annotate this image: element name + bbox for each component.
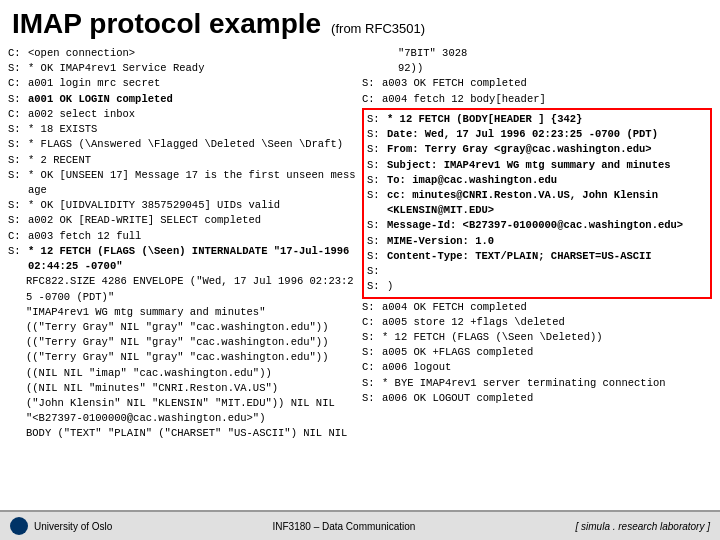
right-column: "7BIT" 3028 92)) S: a003 OK FETCH comple… bbox=[362, 46, 712, 472]
line-2-recent: S: * 2 RECENT bbox=[8, 153, 358, 168]
line-bye: S: * BYE IMAP4rev1 server terminating co… bbox=[362, 376, 712, 391]
university-label: University of Oslo bbox=[34, 521, 112, 532]
line-rfc822: RFC822.SIZE 4286 ENVELOPE ("Wed, 17 Jul … bbox=[26, 274, 358, 304]
line-a006-ok: S: a006 OK LOGOUT completed bbox=[362, 391, 712, 406]
line-12-fetch-start: S: * 12 FETCH (FLAGS (\Seen) INTERNALDAT… bbox=[8, 244, 358, 274]
line-a003-ok: S: a003 OK FETCH completed bbox=[362, 76, 712, 91]
line-content-type: S: Content-Type: TEXT/PLAIN; CHARSET=US-… bbox=[367, 249, 707, 264]
line-service-ready: S: * OK IMAP4rev1 Service Ready bbox=[8, 61, 358, 76]
main-content: C: <open connection> S: * OK IMAP4rev1 S… bbox=[0, 44, 720, 474]
page-header: IMAP protocol example (from RFC3501) bbox=[0, 0, 720, 44]
line-from1: (("Terry Gray" NIL "gray" "cac.washingto… bbox=[26, 320, 358, 335]
fetch-header-block: S: * 12 FETCH (BODY[HEADER ] {342} S: Da… bbox=[362, 108, 712, 299]
line-subject: S: Subject: IMAP4rev1 WG mtg summary and… bbox=[367, 158, 707, 173]
line-a005-store: C: a005 store 12 +flags \deleted bbox=[362, 315, 712, 330]
line-empty-s: S: bbox=[367, 264, 707, 279]
line-select-completed: S: a002 OK [READ-WRITE] SELECT completed bbox=[8, 213, 358, 228]
line-cc2: <KLENSIN@MIT.EDU> bbox=[367, 203, 707, 218]
line-minutes-cnri: ((NIL NIL "minutes" "CNRI.Reston.VA.US") bbox=[26, 381, 358, 396]
line-to: S: To: imap@cac.washington.edu bbox=[367, 173, 707, 188]
line-msgid: "<B27397-0100000@cac.washington.edu>") bbox=[26, 411, 358, 426]
page-title: IMAP protocol example bbox=[12, 8, 321, 40]
line-a004-fetch: C: a004 fetch 12 body[header] bbox=[362, 92, 712, 107]
line-login-secret: C: a001 login mrc secret bbox=[8, 76, 358, 91]
line-fetch-12-full: C: a003 fetch 12 full bbox=[8, 229, 358, 244]
line-unseen: S: * OK [UNSEEN 17] Message 17 is the fi… bbox=[8, 168, 358, 198]
line-a006-logout: C: a006 logout bbox=[362, 360, 712, 375]
line-imap-cac: ((NIL NIL "imap" "cac.washington.edu")) bbox=[26, 366, 358, 381]
line-open-conn: C: <open connection> bbox=[8, 46, 358, 61]
line-12-fetch-header: S: * 12 FETCH (BODY[HEADER ] {342} bbox=[367, 112, 707, 127]
line-a004-ok: S: a004 OK FETCH completed bbox=[362, 300, 712, 315]
line-close-paren: S: ) bbox=[367, 279, 707, 294]
line-summary: "IMAP4rev1 WG mtg summary and minutes" bbox=[26, 305, 358, 320]
line-7bit: "7BIT" 3028 bbox=[362, 46, 712, 61]
line-92: 92)) bbox=[362, 61, 712, 76]
footer-left: University of Oslo bbox=[10, 517, 112, 535]
uio-logo-icon bbox=[10, 517, 28, 535]
line-message-id: S: Message-Id: <B27397-0100000@cac.washi… bbox=[367, 218, 707, 233]
line-date: S: Date: Wed, 17 Jul 1996 02:23:25 -0700… bbox=[367, 127, 707, 142]
line-12-fetch-flags: S: * 12 FETCH (FLAGS (\Seen \Deleted)) bbox=[362, 330, 712, 345]
line-from2: (("Terry Gray" NIL "gray" "cac.washingto… bbox=[26, 335, 358, 350]
line-flags: S: * FLAGS (\Answered \Flagged \Deleted … bbox=[8, 137, 358, 152]
line-a005-ok: S: a005 OK +FLAGS completed bbox=[362, 345, 712, 360]
line-from: S: From: Terry Gray <gray@cac.washington… bbox=[367, 142, 707, 157]
footer-course: INF3180 – Data Communication bbox=[273, 521, 416, 532]
footer-lab: [ simula . research laboratory ] bbox=[576, 521, 711, 532]
line-login-completed: S: a001 OK LOGIN completed bbox=[8, 92, 358, 107]
line-klensin: ("John Klensin" NIL "KLENSIN" "MIT.EDU")… bbox=[26, 396, 358, 411]
line-cc: S: cc: minutes@CNRI.Reston.VA.US, John K… bbox=[367, 188, 707, 203]
line-select-inbox: C: a002 select inbox bbox=[8, 107, 358, 122]
line-uid-validity: S: * OK [UIDVALIDITY 3857529045] UIDs va… bbox=[8, 198, 358, 213]
left-column: C: <open connection> S: * OK IMAP4rev1 S… bbox=[8, 46, 358, 472]
line-from3: (("Terry Gray" NIL "gray" "cac.washingto… bbox=[26, 350, 358, 365]
page-footer: University of Oslo INF3180 – Data Commun… bbox=[0, 510, 720, 540]
line-18-exists: S: * 18 EXISTS bbox=[8, 122, 358, 137]
line-mime-version: S: MIME-Version: 1.0 bbox=[367, 234, 707, 249]
line-body: BODY ("TEXT" "PLAIN" ("CHARSET" "US-ASCI… bbox=[26, 426, 358, 441]
page-subtitle: (from RFC3501) bbox=[331, 21, 425, 36]
